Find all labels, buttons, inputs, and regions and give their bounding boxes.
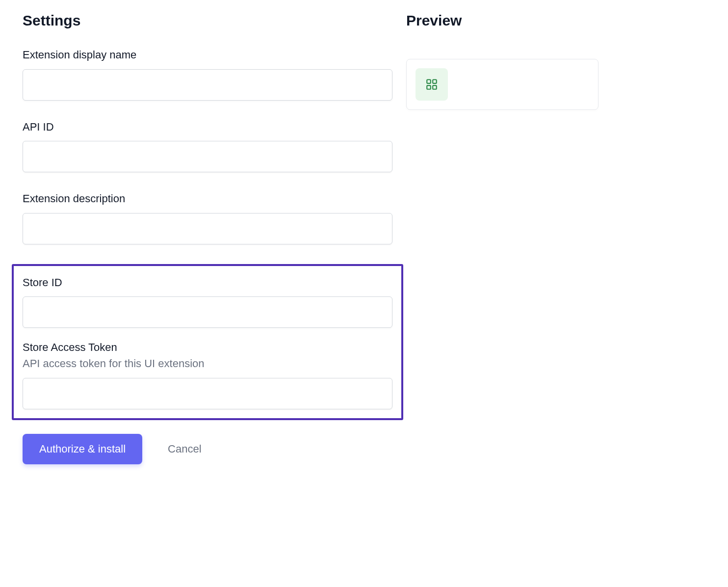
api-id-input[interactable] bbox=[23, 141, 392, 172]
display-name-input[interactable] bbox=[23, 69, 392, 101]
field-display-name: Extension display name bbox=[23, 48, 392, 101]
apps-grid-icon bbox=[425, 78, 438, 91]
store-access-token-label: Store Access Token bbox=[23, 341, 392, 355]
settings-heading: Settings bbox=[23, 12, 392, 29]
actions-row: Authorize & install Cancel bbox=[23, 434, 392, 464]
field-description: Extension description bbox=[23, 192, 392, 244]
store-id-label: Store ID bbox=[23, 276, 392, 290]
preview-icon-box bbox=[416, 68, 448, 101]
field-store-id: Store ID bbox=[23, 276, 392, 328]
store-access-token-input[interactable] bbox=[23, 378, 392, 409]
description-input[interactable] bbox=[23, 213, 392, 244]
preview-card bbox=[406, 59, 598, 110]
svg-rect-2 bbox=[427, 85, 431, 89]
svg-rect-3 bbox=[433, 85, 437, 89]
field-api-id: API ID bbox=[23, 120, 392, 173]
field-store-access-token: Store Access Token API access token for … bbox=[23, 341, 392, 409]
cancel-button[interactable]: Cancel bbox=[168, 443, 201, 455]
credentials-highlight-box: Store ID Store Access Token API access t… bbox=[12, 264, 403, 420]
description-label: Extension description bbox=[23, 192, 392, 206]
display-name-label: Extension display name bbox=[23, 48, 392, 62]
svg-rect-0 bbox=[427, 80, 431, 83]
authorize-install-button[interactable]: Authorize & install bbox=[23, 434, 142, 464]
svg-rect-1 bbox=[433, 80, 437, 83]
settings-panel: Settings Extension display name API ID E… bbox=[23, 12, 392, 464]
store-id-input[interactable] bbox=[23, 296, 392, 328]
api-id-label: API ID bbox=[23, 120, 392, 134]
preview-panel: Preview bbox=[406, 12, 598, 464]
preview-heading: Preview bbox=[406, 12, 598, 29]
store-access-token-help: API access token for this UI extension bbox=[23, 357, 392, 371]
